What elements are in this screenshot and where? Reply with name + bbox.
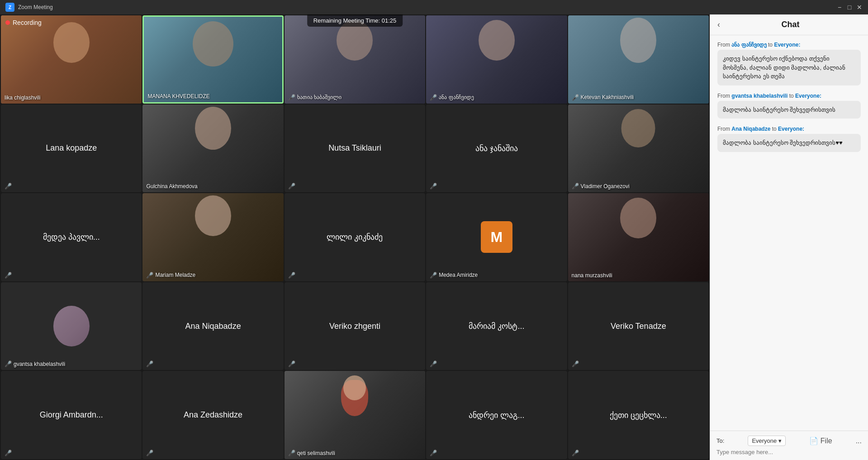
participant-14-name: Medea Amiridze <box>439 272 478 278</box>
title-bar-left: Z Zoom Meeting <box>5 3 53 12</box>
participant-10-mute-icon: 🎤 <box>572 183 579 190</box>
participant-cell-7[interactable]: Gulchina Akhmedova <box>142 104 283 193</box>
participant-cell-1[interactable]: lika chiglashvili <box>1 15 142 104</box>
participant-23-name: qeti selimashvili <box>297 450 335 456</box>
participant-9-mute-icon: 🎤 <box>430 183 437 190</box>
participant-1-nameplate: lika chiglashvili <box>5 95 40 101</box>
participant-8-name: Nutsa Tsiklauri <box>324 143 386 153</box>
participant-cell-11[interactable]: მედეა პავლი... 🎤 <box>1 193 142 281</box>
chat-message-1-sender[interactable]: ანა ფანჩვიდე <box>731 42 766 48</box>
close-button[interactable]: ✕ <box>856 4 863 10</box>
participant-24-nameplate: 🎤 <box>430 450 437 456</box>
participant-10-nameplate: 🎤 Vladimer Oganezovi <box>572 183 630 190</box>
chat-to-row: To: Everyone ▾ 📄 File ... <box>716 436 862 446</box>
chat-message-2-to[interactable]: Everyone: <box>795 93 821 99</box>
participant-5-nameplate: 🎤 Ketevan Kakhniashvili <box>572 94 634 101</box>
main-container: Recording Remaining Meeting Time: 01:25 … <box>0 14 868 460</box>
participant-cell-13[interactable]: ლილი კიკნაძე 🎤 <box>285 193 425 281</box>
participant-3-name: ხათია ხაბაშვილი <box>297 94 342 100</box>
participant-21-name: Giorgi Ambardn... <box>35 410 108 420</box>
participant-cell-8[interactable]: Nutsa Tsiklauri 🎤 <box>285 104 425 193</box>
participant-5-mute-icon: 🎤 <box>572 94 579 101</box>
chat-message-3-sender[interactable]: Ana Niqabadze <box>731 126 770 132</box>
participant-cell-25[interactable]: ქეთი ცეცხლა... 🎤 <box>568 371 709 459</box>
participant-6-nameplate: 🎤 <box>5 183 12 190</box>
chat-file-button[interactable]: 📄 File <box>809 436 832 445</box>
participant-cell-5[interactable]: 🎤 Ketevan Kakhniashvili <box>568 15 709 104</box>
chat-panel: ‹ Chat From ანა ფანჩვიდე to Everyone: კი… <box>710 14 868 460</box>
participant-4-name: ანა ფანჩვიდე <box>439 94 474 100</box>
participant-cell-4[interactable]: 🎤 ანა ფანჩვიდე <box>426 15 567 104</box>
chat-to-dropdown[interactable]: Everyone ▾ <box>748 436 786 446</box>
participant-3-mute-icon: 🎤 <box>288 94 295 101</box>
chat-input-row <box>716 449 862 455</box>
participant-4-nameplate: 🎤 ანა ფანჩვიდე <box>430 94 474 101</box>
participant-10-name: Vladimer Oganezovi <box>581 183 630 190</box>
participant-5-name: Ketevan Kakhniashvili <box>581 94 634 100</box>
zoom-logo-icon: Z <box>5 3 14 12</box>
chat-message-1-bubble: კიდევ საინტერესო იქნებოდა თქვენი მოსმენა… <box>717 50 861 85</box>
participant-14-nameplate: 🎤 Medea Amiridze <box>430 272 478 279</box>
participant-cell-6[interactable]: Lana kopadze 🎤 <box>1 104 142 193</box>
participant-8-mute-icon: 🎤 <box>288 183 295 190</box>
participant-25-nameplate: 🎤 <box>572 450 579 456</box>
participant-6-name: Lana kopadze <box>41 143 101 153</box>
chat-to-value: Everyone <box>752 437 777 444</box>
participant-17-name: Ana Niqabadze <box>181 322 246 331</box>
chat-message-1-to[interactable]: Everyone: <box>774 42 800 48</box>
participant-11-nameplate: 🎤 <box>5 272 12 279</box>
participant-cell-22[interactable]: Ana Zedashidze 🎤 <box>142 371 283 459</box>
participant-23-nameplate: 🎤 qeti selimashvili <box>288 450 335 456</box>
participant-cell-16[interactable]: 🎤 gvantsa khabelashvili <box>1 282 142 370</box>
participant-cell-17[interactable]: Ana Niqabadze 🎤 <box>142 282 283 370</box>
chat-message-3-from: From Ana Niqabadze to Everyone: <box>717 126 861 132</box>
chat-to-label: To: <box>716 437 724 444</box>
participant-cell-10[interactable]: 🎤 Vladimer Oganezovi <box>568 104 709 193</box>
chat-message-2: From gvantsa khabelashvili to Everyone: … <box>717 93 861 119</box>
participant-cell-20[interactable]: Veriko Tenadze 🎤 <box>568 282 709 370</box>
participant-18-nameplate: 🎤 <box>288 360 295 367</box>
participant-12-mute-icon: 🎤 <box>146 272 153 279</box>
participant-cell-18[interactable]: Veriko zhgenti 🎤 <box>285 282 425 370</box>
participant-cell-23[interactable]: 🎤 qeti selimashvili <box>285 371 425 459</box>
chat-header: ‹ Chat <box>710 14 868 35</box>
file-icon: 📄 <box>809 437 818 445</box>
meeting-timer: Remaining Meeting Time: 01:25 <box>307 14 403 27</box>
participant-13-mute-icon: 🎤 <box>288 272 295 279</box>
participant-cell-21[interactable]: Giorgi Ambardn... 🎤 <box>1 371 142 459</box>
participant-16-name: gvantsa khabelashvili <box>14 361 65 367</box>
participant-4-mute-icon: 🎤 <box>430 94 437 101</box>
participant-cell-12[interactable]: 🎤 Mariam Meladze <box>142 193 283 281</box>
participant-23-mute-icon: 🎤 <box>288 450 295 456</box>
participant-11-name: მედეა პავლი... <box>38 232 104 242</box>
chat-to-chevron-icon: ▾ <box>778 437 782 444</box>
participant-25-name: ქეთი ცეცხლა... <box>605 410 672 420</box>
participant-19-nameplate: 🎤 <box>430 360 437 367</box>
participant-1-name: lika chiglashvili <box>5 95 40 101</box>
chat-message-1: From ანა ფანჩვიდე to Everyone: კიდევ საი… <box>717 42 861 85</box>
chat-message-2-sender[interactable]: gvantsa khabelashvili <box>731 93 787 99</box>
chat-message-input[interactable] <box>716 449 862 455</box>
chat-title: Chat <box>720 20 861 29</box>
chat-more-button[interactable]: ... <box>856 437 862 445</box>
participant-16-nameplate: 🎤 gvantsa khabelashvili <box>5 360 65 367</box>
chat-message-3-to[interactable]: Everyone: <box>778 126 804 132</box>
participant-cell-19[interactable]: მარიამ კოსტ... 🎤 <box>426 282 567 370</box>
video-grid: lika chiglashvili MANANA KHVEDELIDZE 🎤 ხ… <box>0 14 710 460</box>
participant-cell-2[interactable]: MANANA KHVEDELIDZE <box>142 15 283 104</box>
participant-17-nameplate: 🎤 <box>146 360 153 367</box>
participant-22-nameplate: 🎤 <box>146 450 153 456</box>
participant-3-nameplate: 🎤 ხათია ხაბაშვილი <box>288 94 342 101</box>
chat-message-2-bubble: მადლობა საინტერესო შეხვედრისთვის <box>717 101 861 119</box>
participant-cell-9[interactable]: ანა ჯანაშია 🎤 <box>426 104 567 193</box>
participant-2-nameplate: MANANA KHVEDELIDZE <box>147 93 209 100</box>
participant-19-mute-icon: 🎤 <box>430 360 437 367</box>
minimize-button[interactable]: − <box>836 4 843 10</box>
participant-cell-15[interactable]: nana murzashvili <box>568 193 709 281</box>
participant-cell-14[interactable]: M 🎤 Medea Amiridze <box>426 193 567 281</box>
participant-cell-24[interactable]: ანდრეი ლაგ... 🎤 <box>426 371 567 459</box>
maximize-button[interactable]: □ <box>846 4 853 10</box>
participant-8-nameplate: 🎤 <box>288 183 295 190</box>
participant-cell-3[interactable]: 🎤 ხათია ხაბაშვილი <box>285 15 425 104</box>
participant-15-name: nana murzashvili <box>572 272 612 279</box>
